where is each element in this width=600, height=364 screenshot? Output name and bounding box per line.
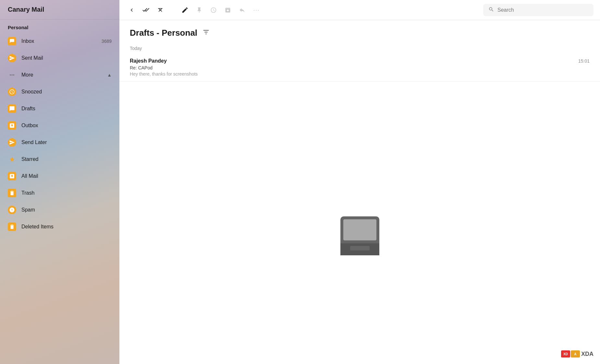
inbox-icon <box>8 37 16 45</box>
sidebar-item-outbox[interactable]: Outbox <box>0 117 119 134</box>
sidebar-item-starred[interactable]: Starred <box>0 151 119 168</box>
filter-icon[interactable] <box>202 29 210 37</box>
filter-toggle-button[interactable] <box>154 4 166 16</box>
deleted-icon <box>8 223 16 231</box>
search-input[interactable] <box>497 7 588 13</box>
double-check-button[interactable] <box>140 4 152 16</box>
trash-icon <box>8 189 16 197</box>
archive-button[interactable] <box>222 4 234 16</box>
spam-icon <box>8 206 16 214</box>
drafts-icon <box>8 104 16 113</box>
page-title: Drafts - Personal <box>130 28 197 38</box>
email-preview: Hey there, thanks for screenshots <box>130 71 590 77</box>
back-button[interactable] <box>126 4 138 16</box>
sidebar-item-inbox[interactable]: Inbox 3689 <box>0 33 119 50</box>
xda-box-orange: A <box>571 350 580 358</box>
drafts-label: Drafts <box>21 106 112 112</box>
app-title: Canary Mail <box>0 0 119 19</box>
empty-state <box>119 81 600 364</box>
svg-point-1 <box>12 75 13 76</box>
sidebar: Canary Mail Personal Inbox 3689 Sent Mai… <box>0 0 119 364</box>
content-header: Drafts - Personal <box>119 20 600 43</box>
email-item[interactable]: Rajesh Pandey 15:01 Re: CAPod Hey there,… <box>119 54 600 81</box>
more-actions-button[interactable]: ··· <box>251 4 262 16</box>
outbox-label: Outbox <box>21 123 112 128</box>
section-date: Today <box>119 43 600 54</box>
xda-text: XDA <box>581 351 594 358</box>
sidebar-item-sendlater[interactable]: Send Later <box>0 134 119 151</box>
xda-box-red: XD <box>561 350 570 358</box>
more-label: More <box>21 72 33 78</box>
sendlater-icon <box>8 138 16 147</box>
section-label: Personal <box>0 19 119 33</box>
trash-label: Trash <box>21 190 112 196</box>
sidebar-item-sent[interactable]: Sent Mail <box>0 50 119 67</box>
spam-label: Spam <box>21 207 112 213</box>
sendlater-label: Send Later <box>21 140 112 145</box>
svg-point-0 <box>10 75 11 76</box>
xda-watermark: XD A XDA <box>561 350 594 358</box>
sidebar-item-allmail[interactable]: All Mail <box>0 168 119 185</box>
reply-button[interactable] <box>236 4 248 16</box>
pin-button[interactable] <box>193 4 205 16</box>
sent-icon <box>8 54 16 62</box>
allmail-label: All Mail <box>21 173 112 179</box>
search-icon <box>488 6 494 14</box>
sidebar-item-snoozed[interactable]: Snoozed <box>0 83 119 100</box>
search-bar[interactable] <box>483 4 594 16</box>
sidebar-item-drafts[interactable]: Drafts <box>0 100 119 117</box>
snoozed-label: Snoozed <box>21 89 112 95</box>
svg-point-2 <box>13 75 14 76</box>
sidebar-item-deleted[interactable]: Deleted Items <box>0 218 119 235</box>
compose-button[interactable] <box>179 4 191 16</box>
more-dots-icon <box>8 71 16 79</box>
starred-icon <box>8 155 16 164</box>
deleted-label: Deleted Items <box>21 224 112 230</box>
snoozed-icon <box>8 88 16 96</box>
outbox-icon <box>8 121 16 130</box>
inbox-label: Inbox <box>21 38 96 44</box>
sidebar-item-trash[interactable]: Trash <box>0 185 119 201</box>
sidebar-item-spam[interactable]: Spam <box>0 201 119 218</box>
sent-label: Sent Mail <box>21 55 112 61</box>
inbox-illustration <box>339 215 381 257</box>
toolbar: ··· <box>119 0 600 20</box>
inbox-badge: 3689 <box>102 39 112 44</box>
svg-rect-12 <box>343 219 376 240</box>
snooze-button[interactable] <box>208 4 219 16</box>
email-time: 15:01 <box>578 58 590 64</box>
allmail-icon <box>8 172 16 180</box>
content-area: Drafts - Personal Today Rajesh Pandey 15… <box>119 20 600 364</box>
main-area: ··· Drafts - Personal Today <box>119 0 600 364</box>
starred-label: Starred <box>21 156 112 162</box>
email-sender: Rajesh Pandey <box>130 58 167 64</box>
email-subject: Re: CAPod <box>130 65 590 70</box>
svg-rect-15 <box>350 246 370 250</box>
sidebar-item-more[interactable]: More ▲ <box>0 67 119 83</box>
chevron-up-icon: ▲ <box>107 72 112 78</box>
